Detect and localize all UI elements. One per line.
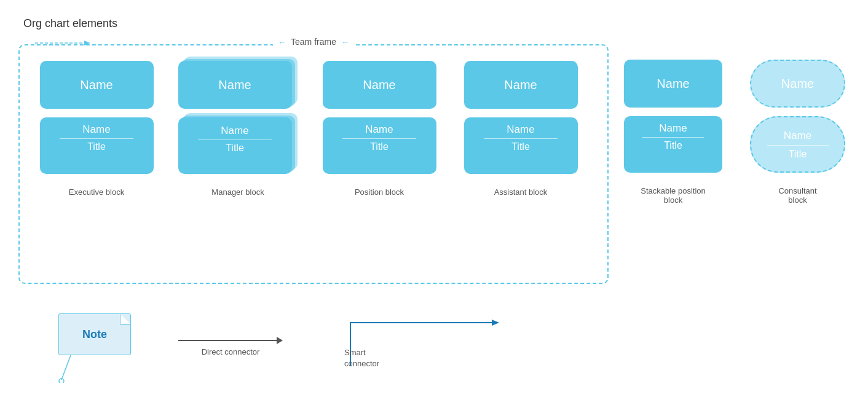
consultant-block-column: Name Name Title Consultantblock [744, 60, 851, 205]
manager-block-label: Manager block [211, 187, 264, 197]
note-connector-line [58, 355, 95, 383]
assistant-name-card[interactable]: Name [464, 61, 578, 109]
svg-marker-4 [492, 320, 499, 326]
position-name-card[interactable]: Name [323, 61, 436, 109]
stackable-block-column: Name Name Title Stackable positionblock [621, 60, 725, 205]
stackable-name-title-card[interactable]: Name Title [624, 116, 722, 173]
assistant-name-only-label: Name [504, 78, 537, 92]
stackable-block-label: Stackable positionblock [641, 186, 706, 205]
executive-title-label: Title [87, 141, 106, 152]
executive-block-column: Name Name Title Executive block [29, 61, 164, 197]
manager-name-stack[interactable]: Name [178, 61, 298, 109]
position-name-title-card[interactable]: Name Title [323, 117, 436, 174]
assistant-title-label: Title [511, 141, 530, 152]
team-frame-label: Team frame [291, 37, 336, 47]
page-title: Org chart elements [23, 17, 117, 30]
executive-name-title-card[interactable]: Name Title [40, 117, 154, 174]
position-block-column: Name Name Title Position block [312, 61, 447, 197]
manager-block-column: Name Name Title Manager block [170, 61, 306, 197]
executive-name-only-label: Name [80, 78, 112, 92]
direct-connector-line [178, 337, 283, 344]
executive-block-label: Executive block [69, 187, 124, 197]
position-name-only-label: Name [363, 78, 395, 92]
smart-connector-label: Smartconnector [344, 347, 379, 369]
svg-marker-1 [84, 41, 90, 45]
stackable-title-label: Title [664, 140, 682, 151]
team-frame: ← Team frame ← Name Name Title Executive… [18, 44, 609, 284]
direct-connector-label: Direct connector [202, 347, 260, 356]
consultant-name-title-card[interactable]: Name Title [750, 116, 845, 173]
consultant-name-card[interactable]: Name [750, 60, 845, 108]
note-area: Note [58, 313, 131, 385]
position-name-label: Name [365, 124, 393, 136]
frame-arrow-right-icon: ← [341, 37, 349, 47]
manager-name-only-label: Name [218, 78, 251, 92]
svg-line-2 [61, 355, 71, 380]
assistant-block-column: Name Name Title Assistant block [453, 61, 588, 197]
consultant-name-label: Name [784, 130, 811, 142]
note-card[interactable]: Note [58, 313, 131, 355]
executive-name-label: Name [82, 124, 110, 136]
consultant-name-only-label: Name [781, 77, 814, 91]
smart-connector-area: Smartconnector [344, 310, 504, 377]
direct-connector-area: Direct connector [178, 337, 283, 356]
manager-title-label: Title [226, 143, 244, 154]
note-label: Note [82, 328, 107, 341]
stackable-name-label: Name [659, 122, 687, 135]
position-block-label: Position block [355, 187, 404, 197]
manager-name-label: Name [221, 125, 248, 137]
frame-arrow-left-icon: ← [278, 37, 286, 47]
stackable-name-only-label: Name [657, 77, 689, 91]
consultant-title-label: Title [789, 149, 807, 160]
stackable-name-card[interactable]: Name [624, 60, 722, 108]
assistant-name-label: Name [507, 124, 534, 136]
consultant-block-label: Consultantblock [778, 186, 816, 205]
manager-name-title-stack[interactable]: Name Title [178, 117, 298, 174]
position-title-label: Title [370, 141, 389, 152]
frame-dashed-arrow-right [32, 37, 93, 49]
assistant-block-label: Assistant block [494, 187, 548, 197]
executive-name-card[interactable]: Name [40, 61, 154, 109]
assistant-name-title-card[interactable]: Name Title [464, 117, 578, 174]
